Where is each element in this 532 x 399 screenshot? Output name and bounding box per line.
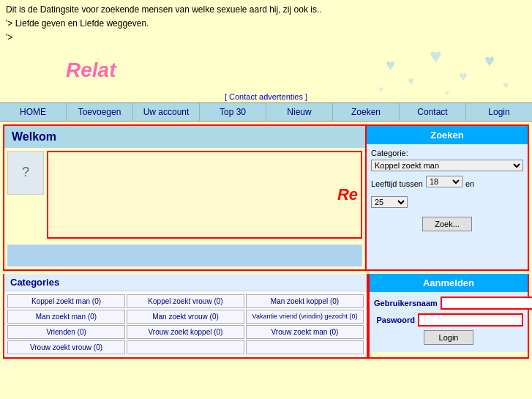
svg-text:♥: ♥ [459,68,468,84]
username-row: Gebruikersnaam [374,297,523,310]
search-button[interactable]: Zoek... [422,217,472,231]
cat-item-0[interactable]: Koppel zoekt man (0) [7,294,125,308]
cat-item-1[interactable]: Koppel zoekt vrouw (0) [127,294,244,308]
left-panel: Welkom ? Re [4,126,367,269]
age-and-label: en [465,179,474,188]
hearts-decoration: ♥ ♥ ♥ ♥ ♥ ♥ ♥ ♥ [378,48,525,100]
nav-toevoegen[interactable]: Toevoegen [67,103,133,121]
cat-item-8[interactable]: Vrouw zoekt man (0) [246,325,364,339]
main-content-area: Welkom ? Re Zoeken Categorie: Koppel zoe… [3,124,529,271]
svg-text:♥: ♥ [503,79,509,91]
ad-image: ? [7,151,44,195]
svg-text:♥: ♥ [408,75,415,87]
svg-text:♥: ♥ [430,48,442,67]
age-row: Leeftijd tussen 18 19202530 en [371,176,523,192]
password-input[interactable] [418,313,523,327]
ad-banner[interactable]: Re [47,151,362,239]
cat-item-9[interactable]: Vrouw zoekt vrouw (0) [7,340,125,354]
site-logo[interactable]: Relat [66,59,116,82]
top-line3: '> [6,31,526,45]
svg-text:♥: ♥ [386,56,395,74]
categories-section: Categories Koppel zoekt man (0) Koppel z… [3,274,368,359]
top-line2: '> Liefde geven en Liefde weggeven. [6,17,526,31]
nav-top30[interactable]: Top 30 [200,103,266,121]
top-description: Dit is de Datingsite voor zoekende mense… [0,0,532,48]
password-label: Paswoord [374,316,415,324]
aanmelden-title: Aanmelden [370,274,528,292]
login-form: Gebruikersnaam Paswoord Login [370,292,528,352]
login-section: Aanmelden Gebruikersnaam Paswoord Login [368,274,529,359]
nav-contact[interactable]: Contact [400,103,466,121]
categories-grid: Koppel zoekt man (0) Koppel zoekt vrouw … [4,291,367,357]
cat-item-4[interactable]: Man zoekt vrouw (0) [127,310,244,324]
login-button[interactable]: Login [424,330,474,345]
nav-login[interactable]: Login [466,103,532,121]
cat-item-5[interactable]: Vakantie vriend (vrindin) gezocht (0) [246,310,364,324]
svg-text:♥: ♥ [378,84,383,94]
svg-text:♥: ♥ [444,88,449,98]
age-from-select[interactable]: 18 19202530 [426,176,462,187]
cat-item-3[interactable]: Man zoekt man (0) [7,310,125,324]
password-row: Paswoord [374,313,523,327]
cat-item-11 [246,340,364,354]
cat-item-6[interactable]: Vrienden (0) [7,325,125,339]
search-form: Categorie: Koppel zoekt man Koppel zoekt… [367,144,528,269]
category-label: Categorie: [371,149,523,157]
age-label: Leeftijd tussen [371,179,423,188]
nav-zoeken[interactable]: Zoeken [333,103,400,121]
cat-item-2[interactable]: Man zoekt koppel (0) [246,294,364,308]
cat-item-7[interactable]: Vrouw zoekt koppel (0) [127,325,244,339]
svg-text:♥: ♥ [484,51,495,70]
bottom-blue-bar [7,245,362,266]
age-to-select[interactable]: 25 303540 [371,196,408,208]
search-panel: Zoeken Categorie: Koppel zoekt man Koppe… [367,126,528,269]
category-select[interactable]: Koppel zoekt man Koppel zoekt vrouw Man … [371,160,523,171]
search-panel-title: Zoeken [367,126,528,144]
header: ♥ ♥ ♥ ♥ ♥ ♥ ♥ ♥ Relat [0,48,532,92]
categories-title: Categories [4,274,367,291]
nav-nieuw[interactable]: Nieuw [266,103,333,121]
ad-area: ? Re [4,148,365,242]
nav-home[interactable]: HOME [0,103,67,121]
welcome-title: Welkom [4,126,365,148]
cat-item-10 [127,340,244,354]
top-line1: Dit is de Datingsite voor zoekende mense… [6,3,526,17]
navigation-bar: HOME Toevoegen Uw account Top 30 Nieuw Z… [0,102,532,122]
username-input[interactable] [441,297,532,310]
nav-uw-account[interactable]: Uw account [133,103,200,121]
lower-area: Categories Koppel zoekt man (0) Koppel z… [3,274,529,359]
username-label: Gebruikersnaam [374,299,438,307]
